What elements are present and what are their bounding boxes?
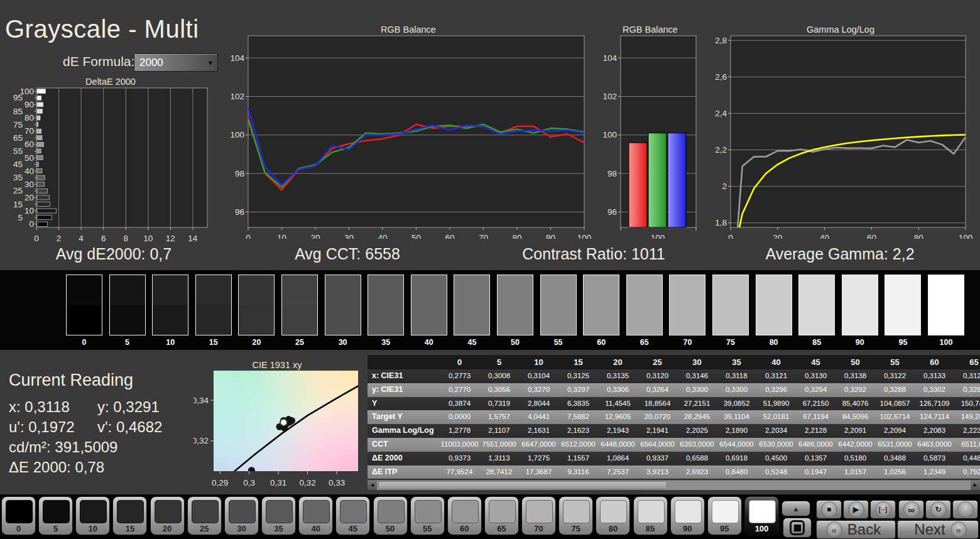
svg-text:50: 50 (411, 233, 421, 239)
patch-color-swatch (638, 500, 665, 523)
svg-text:12: 12 (166, 234, 175, 243)
table-column-header: 0 (440, 355, 479, 369)
svg-text:2,2: 2,2 (715, 145, 727, 155)
table-cell: 9,3116 (558, 466, 598, 479)
swatch-actual-half (541, 275, 576, 305)
patch-button-50[interactable]: 50 (373, 496, 408, 535)
svg-text:0,34: 0,34 (193, 396, 209, 405)
table-column-header: 20 (598, 355, 638, 369)
rgb-balance-line-chart: 96981001021040102030405060708090100 (226, 30, 594, 239)
transport-refresh-button[interactable]: ↻ (925, 500, 951, 519)
patch-button-15[interactable]: 15 (112, 496, 147, 535)
table-cell: 0,3135 (598, 369, 638, 383)
patch-button-label: 75 (559, 524, 592, 533)
scrollbar-thumb[interactable] (378, 481, 667, 489)
patch-button-label: 80 (596, 524, 629, 533)
table-cell: 0,1357 (796, 452, 836, 466)
table-cell: 0,3874 (440, 397, 479, 411)
patch-button-70[interactable]: 70 (521, 496, 556, 535)
transport-range-button[interactable]: [··] (870, 500, 896, 519)
reading-de2000: ΔE 2000: 0,78 (9, 459, 104, 476)
patch-button-20[interactable]: 20 (150, 496, 185, 535)
transport-infinity-button[interactable]: ∞ (898, 500, 924, 519)
scroll-right-icon[interactable]: ► (971, 481, 980, 490)
swatch-actual-half (584, 275, 619, 305)
patch-button-55[interactable]: 55 (410, 496, 445, 535)
patch-button-label: 55 (411, 524, 444, 533)
table-row: y: CIE310,27700,30560,32700,32970,33060,… (368, 383, 980, 397)
swatch-label: 25 (281, 338, 318, 347)
patch-button-5[interactable]: 5 (38, 496, 73, 535)
patch-button-85[interactable]: 85 (633, 496, 668, 535)
swatch-target-half (541, 305, 576, 335)
scroll-left-icon[interactable]: ◄ (368, 481, 377, 490)
patch-button-100[interactable]: 100 (744, 496, 779, 535)
patch-button-10[interactable]: 10 (75, 496, 110, 535)
patch-button-60[interactable]: 60 (447, 496, 482, 535)
de-formula-select[interactable]: 2000 ▼ (134, 53, 218, 72)
patch-button-65[interactable]: 65 (484, 496, 519, 535)
swatch-actual-half (756, 275, 792, 305)
stop-icon: ■ (821, 501, 837, 518)
table-cell: 0,3121 (756, 369, 796, 383)
next-button[interactable]: Next » (897, 520, 979, 539)
table-cell: 28,7412 (479, 466, 519, 479)
patch-button-45[interactable]: 45 (335, 496, 370, 535)
swatch-65 (626, 275, 663, 335)
transport-stop-button[interactable]: ■ (816, 500, 842, 519)
table-cell: 0,3294 (796, 383, 836, 397)
back-button-label: Back (847, 521, 881, 538)
patch-color-swatch (675, 500, 702, 523)
patch-button-95[interactable]: 95 (707, 496, 742, 535)
svg-text:15: 15 (13, 200, 23, 209)
swatch-label: 50 (497, 338, 533, 347)
patch-button-label: 25 (188, 524, 221, 533)
table-cell: 77,9524 (440, 466, 479, 479)
patch-button-label: 50 (374, 524, 407, 533)
next-button-label: Next (914, 521, 945, 538)
back-button[interactable]: « Back (816, 520, 896, 539)
table-cell: 2,1107 (479, 424, 519, 438)
patch-button-label: 95 (708, 524, 741, 533)
table-hscrollbar[interactable]: ◄ ► (368, 480, 980, 490)
patch-button-80[interactable]: 80 (596, 496, 630, 535)
patch-button-75[interactable]: 75 (558, 496, 593, 535)
patch-button-35[interactable]: 35 (261, 496, 296, 535)
svg-text:0,29: 0,29 (212, 478, 228, 487)
swatch-85 (798, 275, 835, 335)
patch-color-swatch (712, 500, 739, 523)
patch-button-30[interactable]: 30 (224, 496, 259, 535)
patch-button-25[interactable]: 25 (187, 496, 222, 535)
swatch-actual-half (928, 275, 964, 305)
swatch-actual-half (454, 275, 489, 305)
patch-button-label: 90 (671, 524, 704, 533)
patch-button-40[interactable]: 40 (298, 496, 333, 535)
patch-button-90[interactable]: 90 (670, 496, 705, 535)
patch-button-label: 65 (485, 524, 518, 533)
svg-text:100: 100 (959, 233, 973, 239)
transport-blank-button[interactable] (952, 500, 978, 519)
table-row-label: ΔE 2000 (368, 452, 440, 466)
swatch-20 (238, 275, 275, 335)
patch-button-0[interactable]: 0 (1, 496, 36, 535)
bottom-toolbar: 0510152025303540455055606570758085909510… (0, 494, 980, 539)
avg-cct-stat: Avg CCT: 6558 (295, 245, 400, 263)
svg-text:80: 80 (512, 233, 521, 239)
up-arrow-button[interactable]: ▲ (781, 501, 810, 516)
patch-color-swatch (43, 500, 70, 523)
transport-play-button[interactable]: ▶ (843, 500, 869, 519)
table-cell: 0,3138 (836, 369, 875, 383)
svg-text:65: 65 (13, 133, 23, 143)
svg-text:10: 10 (143, 234, 153, 243)
table-cell: 0,4489 (954, 452, 980, 466)
table-cell: 3,9213 (638, 466, 677, 479)
swatch-10 (152, 275, 188, 335)
patch-button-label: 5 (39, 524, 72, 533)
swatch-actual-half (110, 275, 145, 305)
table-cell: 0,3120 (638, 369, 677, 383)
swatch-label: 55 (540, 338, 577, 347)
table-column-header: 15 (558, 355, 598, 369)
table-column-header: 55 (875, 355, 915, 369)
svg-text:10: 10 (277, 233, 286, 239)
pattern-window-button[interactable] (783, 518, 812, 538)
